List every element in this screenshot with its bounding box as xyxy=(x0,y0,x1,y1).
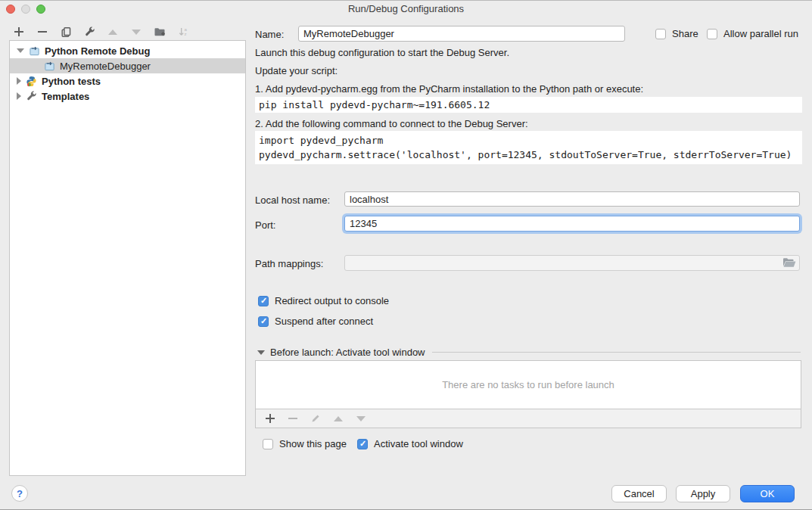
header-divider xyxy=(432,352,801,353)
svg-text:z: z xyxy=(184,31,186,36)
wrench-icon xyxy=(84,26,95,38)
plus-icon xyxy=(266,414,275,423)
move-down-button[interactable] xyxy=(129,25,143,39)
triangle-up-icon xyxy=(108,30,117,35)
titlebar: Run/Debug Configurations xyxy=(0,1,812,17)
port-label: Port: xyxy=(255,219,275,231)
tree-item-label: MyRemoteDebugger xyxy=(60,61,151,72)
chevron-right-icon[interactable] xyxy=(17,92,21,100)
path-mappings-input[interactable] xyxy=(344,255,800,271)
move-task-down-button[interactable] xyxy=(354,412,368,425)
copy-icon xyxy=(61,26,72,38)
redirect-output-checkbox[interactable] xyxy=(258,296,269,306)
show-this-page-row[interactable]: Show this page xyxy=(263,438,347,449)
description-line: 1. Add pydevd-pycharm.egg from the PyCha… xyxy=(255,83,643,95)
local-host-name-input[interactable] xyxy=(344,191,800,207)
copy-configuration-button[interactable] xyxy=(59,25,73,39)
configurations-tree: Python Remote Debug MyRemoteDebugger Pyt… xyxy=(9,40,246,476)
suspend-after-connect-label: Suspend after connect xyxy=(275,316,373,327)
apply-button[interactable]: Apply xyxy=(676,485,730,502)
show-this-page-label: Show this page xyxy=(279,438,347,449)
ok-button[interactable]: OK xyxy=(740,485,795,502)
triangle-down-icon xyxy=(132,30,141,35)
move-task-up-button[interactable] xyxy=(331,412,345,425)
chevron-down-icon[interactable] xyxy=(17,48,24,53)
local-host-name-label: Local host name: xyxy=(255,194,330,206)
help-button[interactable]: ? xyxy=(11,485,28,502)
edit-task-button[interactable] xyxy=(309,412,322,425)
collapse-arrow-icon[interactable] xyxy=(257,350,265,355)
open-folder-icon xyxy=(782,257,796,268)
move-up-button[interactable] xyxy=(106,25,120,39)
tree-item-label: Python tests xyxy=(42,76,101,87)
port-input[interactable] xyxy=(344,216,800,232)
allow-parallel-checkbox-row[interactable]: Allow parallel run xyxy=(707,28,798,39)
minus-icon xyxy=(288,414,297,423)
pencil-icon xyxy=(310,413,321,424)
tree-item-myremotedebugger[interactable]: MyRemoteDebugger xyxy=(10,58,245,73)
no-tasks-message: There are no tasks to run before launch xyxy=(442,379,614,390)
suspend-after-connect-row[interactable]: Suspend after connect xyxy=(258,316,373,327)
plus-icon xyxy=(14,27,23,36)
path-mappings-label: Path mappings: xyxy=(255,258,323,269)
folder-plus-icon xyxy=(154,26,166,38)
redirect-output-label: Redirect output to console xyxy=(275,295,389,306)
before-launch-title: Before launch: Activate tool window xyxy=(270,347,425,358)
run-config-icon xyxy=(29,45,41,57)
settrace-code-block: import pydevd_pycharm pydevd_pycharm.set… xyxy=(255,131,802,164)
before-launch-task-list[interactable]: There are no tasks to run before launch xyxy=(255,360,801,409)
remove-task-button[interactable] xyxy=(286,412,300,425)
before-launch-toolbar xyxy=(255,409,801,428)
redirect-output-row[interactable]: Redirect output to console xyxy=(258,295,389,306)
sort-configurations-button[interactable]: az xyxy=(176,25,190,39)
tree-toolbar: az xyxy=(12,25,190,39)
share-checkbox-row[interactable]: Share xyxy=(655,28,698,39)
browse-folder-button[interactable] xyxy=(782,257,796,270)
new-folder-button[interactable] xyxy=(153,25,166,39)
run-debug-configurations-dialog: Run/Debug Configurations az Python Remot… xyxy=(0,0,812,510)
triangle-down-icon xyxy=(356,416,366,421)
step2-text: 2. Add the following command to connect … xyxy=(255,118,528,129)
code-line: pydevd_pycharm.settrace('localhost', por… xyxy=(259,148,802,162)
allow-parallel-run-label: Allow parallel run xyxy=(723,28,798,39)
description-line: Launch this debug configuration to start… xyxy=(255,47,509,58)
suspend-after-connect-checkbox[interactable] xyxy=(258,316,269,327)
wrench-icon xyxy=(26,90,38,102)
chevron-right-icon[interactable] xyxy=(17,77,21,85)
add-task-button[interactable] xyxy=(263,412,277,425)
share-label: Share xyxy=(672,28,698,39)
tree-item-python-remote-debug[interactable]: Python Remote Debug xyxy=(10,43,245,58)
activate-tool-window-row[interactable]: Activate tool window xyxy=(357,438,463,449)
code-line: import pydevd_pycharm xyxy=(259,133,802,148)
before-launch-header[interactable]: Before launch: Activate tool window xyxy=(257,347,801,358)
add-configuration-button[interactable] xyxy=(12,25,26,39)
show-this-page-checkbox[interactable] xyxy=(263,439,273,449)
remove-configuration-button[interactable] xyxy=(36,25,49,39)
triangle-up-icon xyxy=(334,416,343,421)
window-title: Run/Debug Configurations xyxy=(0,3,812,14)
pip-install-command: pip install pydevd-pycharm~=191.6605.12 xyxy=(255,97,802,113)
allow-parallel-run-checkbox[interactable] xyxy=(707,29,717,39)
edit-templates-button[interactable] xyxy=(82,25,96,39)
activate-tool-window-checkbox[interactable] xyxy=(357,439,368,449)
sort-alpha-icon: az xyxy=(178,26,189,38)
name-input[interactable] xyxy=(298,26,625,42)
question-mark-icon: ? xyxy=(17,488,23,499)
cancel-button[interactable]: Cancel xyxy=(611,485,667,502)
python-tests-icon xyxy=(26,75,38,87)
activate-tool-window-label: Activate tool window xyxy=(374,438,463,449)
run-config-icon xyxy=(44,60,56,72)
tree-item-label: Templates xyxy=(42,91,89,102)
description-line: Update your script: xyxy=(255,65,338,76)
tree-item-label: Python Remote Debug xyxy=(45,45,150,57)
name-label: Name: xyxy=(255,29,284,40)
minus-icon xyxy=(38,27,47,36)
tree-item-templates[interactable]: Templates xyxy=(10,89,245,104)
share-checkbox[interactable] xyxy=(655,29,666,39)
tree-item-python-tests[interactable]: Python tests xyxy=(10,73,245,89)
